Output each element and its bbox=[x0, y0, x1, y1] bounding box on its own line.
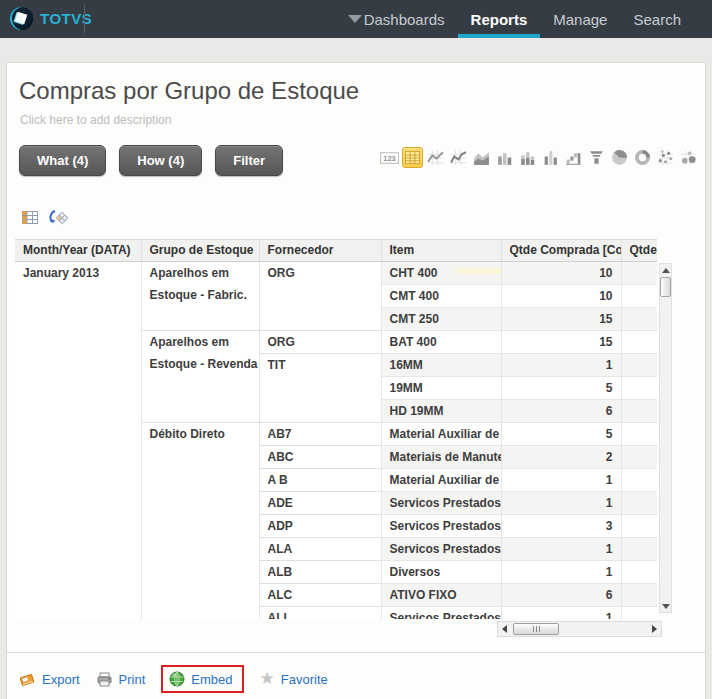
cell-qtde[interactable]: 1 bbox=[501, 561, 621, 584]
report-description-placeholder[interactable]: Click here to add description bbox=[20, 113, 171, 127]
cell-qtde2 bbox=[621, 400, 657, 423]
pie-chart-icon[interactable] bbox=[609, 147, 630, 168]
cell-qtde[interactable]: 15 bbox=[501, 308, 621, 331]
cell-qtde[interactable]: 5 bbox=[501, 377, 621, 400]
cell-item[interactable]: Material Auxiliar de bbox=[381, 423, 501, 446]
nav-search[interactable]: Search bbox=[620, 0, 694, 38]
curved-line-chart-icon[interactable] bbox=[448, 147, 469, 168]
scatter-chart-icon[interactable] bbox=[655, 147, 676, 168]
filter-button[interactable]: Filter bbox=[215, 145, 283, 176]
top-navigation-bar: TOTVS Dashboards Reports Manage Search bbox=[0, 0, 712, 38]
cell-qtde[interactable]: 1 bbox=[501, 354, 621, 377]
cell-item[interactable]: ATIVO FIXO bbox=[381, 584, 501, 607]
report-table: Month/Year (DATA) Grupo de Estoque Forne… bbox=[15, 239, 657, 619]
totvs-logo-icon bbox=[10, 7, 33, 30]
stacked-bar-chart-icon[interactable] bbox=[517, 147, 538, 168]
scroll-right-arrow[interactable] bbox=[648, 622, 661, 636]
vertical-scroll-thumb[interactable] bbox=[660, 277, 671, 297]
cell-qtde[interactable]: 1 bbox=[501, 538, 621, 561]
cell-qtde[interactable]: 5 bbox=[501, 423, 621, 446]
headline-123-icon[interactable]: 123 bbox=[379, 147, 400, 168]
main-nav: Dashboards Reports Manage Search bbox=[351, 0, 694, 38]
cell-qtde2 bbox=[621, 331, 657, 354]
cell-qtde[interactable]: 10 bbox=[501, 285, 621, 308]
export-link[interactable]: Export bbox=[19, 672, 80, 687]
cell-fornecedor[interactable]: ALA bbox=[259, 538, 381, 561]
cell-fornecedor[interactable]: ADP bbox=[259, 515, 381, 538]
cell-item[interactable]: Servicos Prestados bbox=[381, 492, 501, 515]
col-header-qtde-2[interactable]: Qtde C bbox=[621, 240, 657, 262]
cell-fornecedor[interactable]: ABC bbox=[259, 446, 381, 469]
funnel-chart-icon[interactable] bbox=[586, 147, 607, 168]
col-header-item[interactable]: Item bbox=[381, 240, 501, 262]
scroll-left-arrow[interactable] bbox=[498, 622, 511, 636]
cell-item[interactable]: 16MM bbox=[381, 354, 501, 377]
cell-qtde[interactable]: 1 bbox=[501, 492, 621, 515]
column-chart-icon[interactable] bbox=[540, 147, 561, 168]
cell-fornecedor[interactable]: ADE bbox=[259, 492, 381, 515]
cell-fornecedor[interactable]: ORG bbox=[259, 262, 381, 331]
cell-item[interactable]: HD 19MM bbox=[381, 400, 501, 423]
cell-fornecedor[interactable]: ORG bbox=[259, 331, 381, 354]
cell-item[interactable]: Diversos bbox=[381, 561, 501, 584]
totvs-logo[interactable]: TOTVS bbox=[10, 7, 92, 30]
cell-grupo[interactable]: Aparelhos emEstoque - Fabric. bbox=[141, 262, 259, 331]
scroll-down-arrow[interactable] bbox=[660, 600, 671, 612]
cell-qtde[interactable]: 15 bbox=[501, 331, 621, 354]
cell-item[interactable]: Servicos Prestados bbox=[381, 538, 501, 561]
favorite-link[interactable]: ★ Favorite bbox=[260, 672, 328, 687]
cell-qtde[interactable]: 1 bbox=[501, 607, 621, 620]
cell-fornecedor[interactable]: ALC bbox=[259, 584, 381, 607]
col-header-qtde-comprada[interactable]: Qtde Comprada [Co bbox=[501, 240, 621, 262]
area-chart-icon[interactable] bbox=[471, 147, 492, 168]
print-link[interactable]: Print bbox=[96, 672, 146, 687]
cell-fornecedor[interactable]: A B bbox=[259, 469, 381, 492]
table-settings-icon[interactable] bbox=[21, 210, 39, 230]
report-page: Compras por Grupo de Estoque Click here … bbox=[6, 62, 706, 699]
report-title[interactable]: Compras por Grupo de Estoque bbox=[19, 77, 359, 105]
scroll-up-arrow[interactable] bbox=[660, 264, 671, 276]
what-button[interactable]: What (4) bbox=[19, 145, 106, 176]
col-header-month[interactable]: Month/Year (DATA) bbox=[15, 240, 141, 262]
cell-fornecedor[interactable]: TIT bbox=[259, 354, 381, 423]
embed-link[interactable]: Embed bbox=[161, 665, 243, 693]
cell-item[interactable]: Material Auxiliar de bbox=[381, 469, 501, 492]
cell-qtde[interactable]: 10 bbox=[501, 262, 621, 285]
cell-grupo[interactable]: Aparelhos emEstoque - Revenda bbox=[141, 331, 259, 423]
nav-reports[interactable]: Reports bbox=[458, 0, 541, 38]
cell-qtde2 bbox=[621, 308, 657, 331]
horizontal-scroll-thumb[interactable] bbox=[513, 623, 559, 635]
cell-fornecedor[interactable]: ALI bbox=[259, 607, 381, 620]
cell-item[interactable]: Servicos Prestados bbox=[381, 515, 501, 538]
cell-qtde2 bbox=[621, 561, 657, 584]
horizontal-scrollbar[interactable] bbox=[497, 621, 662, 637]
cell-item[interactable]: Materiais de Manute bbox=[381, 446, 501, 469]
cell-grupo[interactable]: Débito Direto bbox=[141, 423, 259, 620]
col-header-grupo[interactable]: Grupo de Estoque bbox=[141, 240, 259, 262]
nav-dashboards[interactable]: Dashboards bbox=[351, 0, 458, 38]
cell-item[interactable]: CMT 250 bbox=[381, 308, 501, 331]
nav-manage[interactable]: Manage bbox=[540, 0, 620, 38]
col-header-fornecedor[interactable]: Fornecedor bbox=[259, 240, 381, 262]
cell-fornecedor[interactable]: AB7 bbox=[259, 423, 381, 446]
cell-qtde[interactable]: 1 bbox=[501, 469, 621, 492]
cell-qtde[interactable]: 6 bbox=[501, 584, 621, 607]
cell-fornecedor[interactable]: ALB bbox=[259, 561, 381, 584]
waterfall-chart-icon[interactable] bbox=[563, 147, 584, 168]
cell-item[interactable]: Servicos Prestados bbox=[381, 607, 501, 620]
line-chart-icon[interactable] bbox=[425, 147, 446, 168]
cell-qtde[interactable]: 3 bbox=[501, 515, 621, 538]
how-button[interactable]: How (4) bbox=[119, 145, 202, 176]
bubble-chart-icon[interactable] bbox=[678, 147, 699, 168]
cell-qtde[interactable]: 2 bbox=[501, 446, 621, 469]
cell-item[interactable]: CMT 400 bbox=[381, 285, 501, 308]
bar-chart-icon[interactable] bbox=[494, 147, 515, 168]
rotate-labels-icon[interactable] bbox=[48, 209, 70, 231]
table-chart-icon[interactable] bbox=[402, 147, 423, 168]
vertical-scrollbar[interactable] bbox=[659, 263, 672, 613]
cell-month[interactable]: January 2013 bbox=[15, 262, 141, 620]
cell-qtde[interactable]: 6 bbox=[501, 400, 621, 423]
cell-item[interactable]: 19MM bbox=[381, 377, 501, 400]
donut-chart-icon[interactable] bbox=[632, 147, 653, 168]
cell-item[interactable]: BAT 400 bbox=[381, 331, 501, 354]
